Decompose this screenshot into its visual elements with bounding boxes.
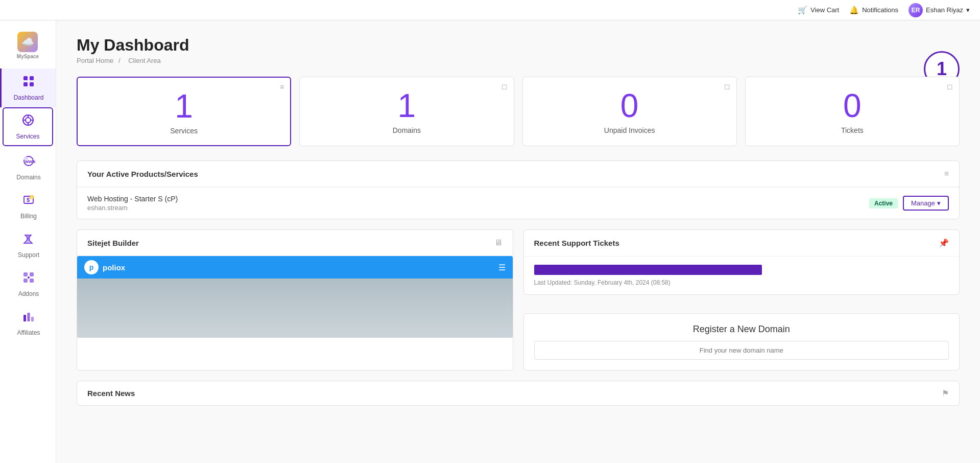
user-menu[interactable]: ER Eshan Riyaz ▾	[909, 3, 970, 17]
product-domain: eshan.stream	[87, 204, 178, 212]
status-badge: Active	[869, 198, 898, 209]
breadcrumb: Portal Home / Client Area	[77, 57, 960, 64]
ticket-progress-bar	[534, 265, 762, 275]
sidebar-item-dashboard[interactable]: Dashboard	[0, 68, 56, 107]
stat-domains-number: 1	[398, 89, 416, 122]
user-menu-chevron: ▾	[966, 6, 970, 14]
sidebar-item-domains-label: Domains	[16, 174, 40, 181]
svg-rect-1	[30, 76, 34, 80]
sitejet-logo: p poliox	[84, 260, 125, 274]
sidebar-item-services[interactable]: Services	[3, 107, 53, 146]
view-cart-link[interactable]: 🛒 View Cart	[798, 6, 839, 15]
active-products-title: Your Active Products/Services	[87, 170, 198, 178]
sidebar-item-billing[interactable]: $ $ Billing	[0, 187, 56, 226]
svg-point-5	[26, 118, 31, 123]
stat-services-number: 1	[175, 90, 193, 123]
stat-tickets-number: 0	[843, 89, 862, 122]
two-col-section: Sitejet Builder 🖥 p poliox ☰	[77, 229, 960, 381]
manage-button[interactable]: Manage ▾	[903, 196, 949, 211]
stat-card-invoices[interactable]: ◻ 0 Unpaid Invoices	[522, 77, 737, 146]
sitejet-preview: p poliox ☰	[77, 256, 513, 338]
svg-text:$: $	[27, 197, 30, 203]
page-title: My Dashboard	[77, 36, 960, 55]
svg-rect-17	[27, 236, 30, 240]
register-domain-title: Register a New Domain	[693, 324, 790, 335]
sidebar-logo[interactable]: ☁️ MySpace	[0, 26, 56, 68]
stat-invoices-number: 0	[620, 89, 639, 122]
stat-invoices-label: Unpaid Invoices	[604, 126, 655, 134]
topbar: 🛒 View Cart 🔔 Notifications ER Eshan Riy…	[0, 0, 980, 20]
logo-icon: ☁️	[17, 32, 38, 52]
recent-news-header: Recent News ⚑	[77, 381, 959, 405]
support-tickets-title: Recent Support Tickets	[534, 239, 619, 247]
sitejet-section: Sitejet Builder 🖥 p poliox ☰	[77, 229, 513, 371]
stat-services-icon: ≡	[280, 83, 284, 91]
active-products-menu-icon[interactable]: ≡	[944, 169, 949, 178]
sidebar-item-addons[interactable]: Addons	[0, 265, 56, 304]
sitejet-hamburger-icon: ☰	[498, 263, 506, 272]
svg-rect-0	[23, 76, 28, 80]
product-name: Web Hosting - Starter S (cP)	[87, 195, 178, 203]
sitejet-logo-circle: p	[84, 260, 99, 274]
svg-rect-19	[30, 272, 34, 276]
manage-button-label: Manage	[911, 199, 935, 207]
dashboard-icon	[22, 75, 35, 91]
svg-rect-18	[23, 272, 28, 276]
sidebar-item-affiliates-label: Affiliates	[17, 329, 40, 336]
sitejet-monitor-icon: 🖥	[494, 238, 503, 247]
sitejet-logo-text: poliox	[103, 263, 125, 272]
sidebar-item-billing-label: Billing	[20, 213, 37, 220]
recent-news-section: Recent News ⚑	[77, 381, 960, 406]
svg-rect-12	[24, 157, 28, 160]
support-icon	[22, 232, 35, 248]
avatar: ER	[909, 3, 923, 17]
stat-card-services[interactable]: ≡ 1 Services	[77, 77, 291, 146]
svg-rect-26	[31, 317, 34, 321]
stats-grid: ≡ 1 Services ◻ 1 Domains ◻ 0 Unpaid Invo…	[77, 77, 960, 146]
recent-news-title: Recent News	[87, 389, 135, 398]
sitejet-title: Sitejet Builder	[87, 239, 139, 247]
sidebar-item-domains[interactable]: www Domains	[0, 148, 56, 187]
stat-domains-icon: ◻	[501, 82, 508, 90]
logo-text: MySpace	[17, 54, 39, 59]
breadcrumb-separator: /	[118, 57, 121, 64]
user-name: Eshan Riyaz	[926, 6, 963, 14]
billing-icon: $ $	[22, 193, 35, 210]
affiliates-icon	[22, 310, 35, 326]
register-domain-section: Register a New Domain	[523, 313, 960, 371]
manage-chevron-icon: ▾	[937, 199, 941, 207]
sidebar-item-dashboard-label: Dashboard	[14, 94, 44, 101]
sitejet-body	[77, 279, 513, 338]
breadcrumb-home[interactable]: Portal Home	[77, 57, 113, 64]
view-cart-label: View Cart	[810, 6, 839, 14]
stat-invoices-icon: ◻	[724, 82, 730, 90]
active-products-section: Your Active Products/Services ≡ Web Host…	[77, 160, 960, 219]
register-domain-content: Register a New Domain	[524, 314, 960, 370]
stat-card-domains[interactable]: ◻ 1 Domains	[299, 77, 514, 146]
sidebar: ☁️ MySpace Dashboard	[0, 20, 56, 463]
notifications-link[interactable]: 🔔 Notifications	[849, 6, 898, 15]
sidebar-item-services-label: Services	[16, 133, 39, 140]
ticket-last-updated: Last Updated: Sunday, February 4th, 2024…	[534, 279, 949, 286]
product-plan: - Starter S (cP)	[130, 195, 178, 203]
domains-icon: www	[22, 154, 35, 171]
domain-search-input[interactable]	[534, 341, 949, 360]
svg-rect-3	[30, 82, 34, 86]
product-name-text: Web Hosting	[87, 195, 128, 203]
sidebar-item-affiliates[interactable]: Affiliates	[0, 304, 56, 342]
support-tickets-header: Recent Support Tickets 📌	[524, 230, 960, 257]
stat-tickets-icon: ◻	[947, 82, 953, 90]
sidebar-item-support-label: Support	[18, 251, 39, 259]
product-actions: Active Manage ▾	[869, 196, 949, 211]
product-row: Web Hosting - Starter S (cP) eshan.strea…	[77, 188, 959, 219]
addons-icon	[22, 271, 35, 287]
stat-tickets-label: Tickets	[841, 126, 864, 134]
svg-rect-25	[28, 313, 30, 321]
sidebar-item-support[interactable]: Support	[0, 226, 56, 265]
services-icon	[21, 113, 35, 130]
main-content: 1 My Dashboard Portal Home / Client Area…	[56, 20, 980, 463]
breadcrumb-current: Client Area	[128, 57, 161, 64]
cart-icon: 🛒	[798, 6, 807, 15]
recent-news-icon: ⚑	[942, 388, 949, 398]
stat-card-tickets[interactable]: ◻ 0 Tickets	[745, 77, 960, 146]
